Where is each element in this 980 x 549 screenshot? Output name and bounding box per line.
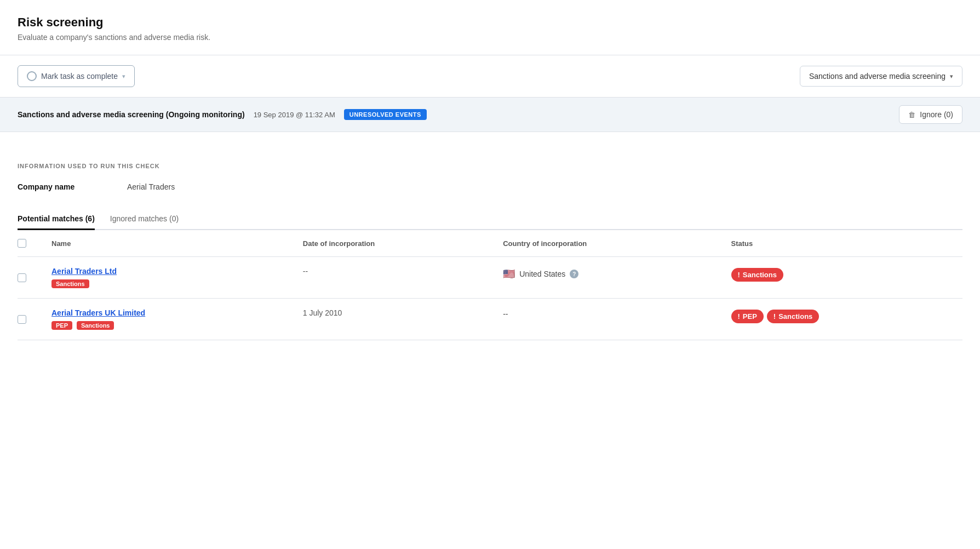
row-1-sanctions-badge: ! Sanctions — [731, 268, 783, 282]
header-section: Risk screening Evaluate a company's sanc… — [0, 0, 980, 55]
row-2-sanctions-label: Sanctions — [778, 312, 812, 321]
info-row: Company name Aerial Traders — [18, 182, 962, 191]
row-2-checkbox-cell — [18, 299, 45, 340]
monitoring-date: 19 Sep 2019 @ 11:32 AM — [254, 111, 335, 119]
date-column-header: Date of incorporation — [296, 230, 496, 257]
toolbar: Mark task as complete ▾ Sanctions and ad… — [0, 55, 980, 97]
row-1-company-link[interactable]: Aerial Traders Ltd — [51, 267, 290, 276]
row-2-status-cell: ! PEP ! Sanctions — [725, 299, 963, 340]
row-1-country-name: United States — [519, 270, 565, 278]
table-row: Aerial Traders UK Limited PEP Sanctions … — [18, 299, 962, 340]
row-2-pep-tag: PEP — [51, 321, 72, 330]
page-wrapper: Risk screening Evaluate a company's sanc… — [0, 0, 980, 549]
monitoring-title: Sanctions and adverse media screening (O… — [18, 110, 245, 119]
table-row: Aerial Traders Ltd Sanctions -- 🇺🇸 Unite… — [18, 257, 962, 299]
chevron-down-icon: ▾ — [950, 73, 953, 80]
table-section: Name Date of incorporation Country of in… — [18, 230, 962, 340]
country-column-header: Country of incorporation — [496, 230, 724, 257]
tab-potential-matches[interactable]: Potential matches (6) — [18, 209, 95, 230]
row-1-status-cell: ! Sanctions — [725, 257, 963, 299]
status-column-header: Status — [725, 230, 963, 257]
circle-icon — [27, 71, 37, 81]
row-2-date-cell: 1 July 2010 — [296, 299, 496, 340]
mark-complete-button[interactable]: Mark task as complete ▾ — [18, 65, 135, 87]
check-info-section: INFORMATION USED TO RUN THIS CHECK Compa… — [18, 163, 962, 191]
info-circle-icon[interactable]: ? — [570, 270, 578, 278]
row-1-checkbox-cell — [18, 257, 45, 299]
screening-dropdown-button[interactable]: Sanctions and adverse media screening ▾ — [800, 66, 962, 87]
row-2-pep-badge: ! PEP — [731, 310, 764, 323]
main-content: INFORMATION USED TO RUN THIS CHECK Compa… — [0, 132, 980, 340]
results-table: Name Date of incorporation Country of in… — [18, 230, 962, 340]
row-2-checkbox[interactable] — [18, 315, 26, 324]
page-title: Risk screening — [18, 15, 962, 30]
ignore-button[interactable]: 🗑 Ignore (0) — [899, 105, 962, 124]
page-subtitle: Evaluate a company's sanctions and adver… — [18, 33, 962, 42]
company-name-label: Company name — [18, 182, 127, 191]
row-1-country-cell: 🇺🇸 United States ? — [496, 257, 724, 299]
row-2-status-wrapper: ! PEP ! Sanctions — [731, 308, 956, 323]
exclaim-icon: ! — [738, 312, 740, 321]
select-all-checkbox[interactable] — [18, 239, 26, 248]
select-all-column — [18, 230, 45, 257]
row-1-country-wrapper: 🇺🇸 United States ? — [503, 267, 718, 280]
row-2-company-link[interactable]: Aerial Traders UK Limited — [51, 308, 290, 317]
company-name-value: Aerial Traders — [127, 182, 175, 191]
row-2-name-cell: Aerial Traders UK Limited PEP Sanctions — [45, 299, 296, 340]
row-2-country-cell: -- — [496, 299, 724, 340]
row-1-date-value: -- — [303, 266, 308, 276]
trash-icon: 🗑 — [908, 111, 915, 119]
row-1-status-wrapper: ! Sanctions — [731, 267, 956, 282]
section-label: INFORMATION USED TO RUN THIS CHECK — [18, 163, 962, 169]
row-2-sanctions-badge: ! Sanctions — [767, 310, 819, 323]
chevron-down-icon: ▾ — [122, 73, 125, 80]
row-2-sanctions-tag: Sanctions — [77, 321, 114, 330]
ignore-label: Ignore (0) — [920, 110, 953, 119]
mark-complete-label: Mark task as complete — [41, 72, 118, 81]
us-flag-icon: 🇺🇸 — [503, 268, 515, 280]
unresolved-badge: UNRESOLVED EVENTS — [344, 109, 427, 120]
row-1-date-cell: -- — [296, 257, 496, 299]
tab-ignored-matches[interactable]: Ignored matches (0) — [110, 209, 179, 230]
row-2-country-wrapper: -- — [503, 308, 718, 318]
table-header-row: Name Date of incorporation Country of in… — [18, 230, 962, 257]
monitoring-bar: Sanctions and adverse media screening (O… — [0, 97, 980, 132]
row-2-country-name: -- — [503, 310, 508, 318]
exclaim-icon: ! — [738, 271, 740, 279]
exclaim-icon: ! — [773, 312, 776, 321]
screening-dropdown-label: Sanctions and adverse media screening — [809, 72, 945, 81]
row-1-sanctions-label: Sanctions — [743, 271, 777, 279]
row-2-pep-label: PEP — [743, 312, 757, 321]
row-1-sanctions-tag: Sanctions — [51, 279, 89, 288]
tabs: Potential matches (6) Ignored matches (0… — [18, 209, 962, 230]
name-column-header: Name — [45, 230, 296, 257]
row-2-date-value: 1 July 2010 — [303, 307, 342, 317]
row-1-name-cell: Aerial Traders Ltd Sanctions — [45, 257, 296, 299]
row-1-checkbox[interactable] — [18, 273, 26, 282]
